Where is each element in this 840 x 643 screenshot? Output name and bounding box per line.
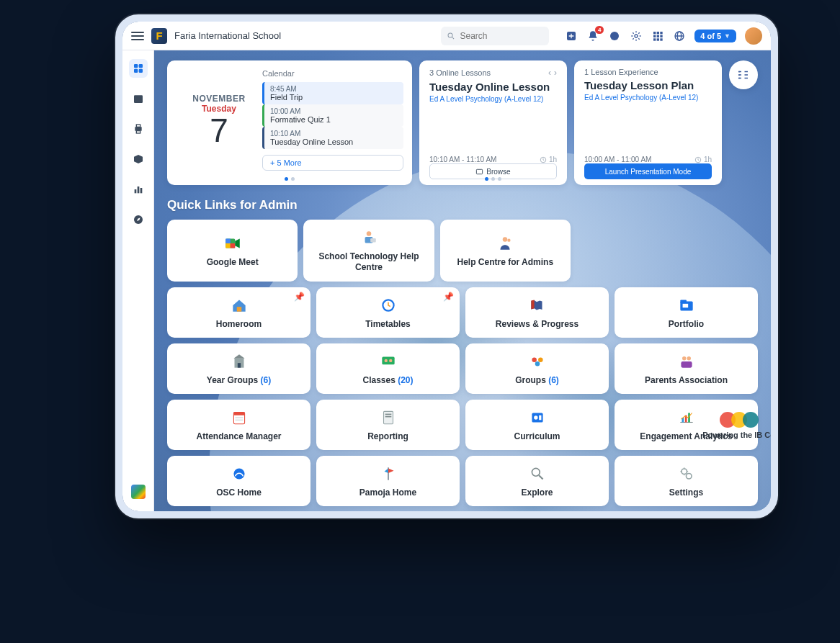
sidebar bbox=[122, 50, 154, 511]
quick-link-tile[interactable]: Portfolio bbox=[615, 287, 758, 338]
tile-icon bbox=[677, 296, 696, 315]
tile-label: Curriculum bbox=[514, 431, 560, 442]
launch-presentation-button[interactable]: Launch Presentation Mode bbox=[584, 163, 712, 179]
quick-link-tile[interactable]: OSC Home bbox=[167, 456, 310, 506]
experience-time: 10:00 AM - 11:00 AM bbox=[584, 156, 651, 163]
svg-rect-20 bbox=[138, 69, 142, 73]
step-pill-text: 4 of 5 bbox=[700, 32, 721, 40]
online-duration: 1h bbox=[540, 156, 557, 163]
topbar: F Faria International School 4 4 of 5▼ bbox=[122, 22, 771, 50]
svg-rect-11 bbox=[653, 38, 656, 40]
tile-label: Parents Association bbox=[645, 375, 728, 386]
tablet-frame: F Faria International School 4 4 of 5▼ bbox=[115, 14, 778, 518]
quick-link-tile[interactable]: School Technology Help Centre bbox=[303, 220, 434, 282]
calendar-more-button[interactable]: + 5 More bbox=[262, 155, 403, 171]
tile-count: (6) bbox=[548, 375, 559, 385]
tile-label: OSC Home bbox=[216, 487, 262, 498]
sidebar-faria-logo[interactable] bbox=[129, 482, 148, 501]
brand-logo bbox=[720, 412, 759, 428]
svg-point-54 bbox=[389, 359, 392, 361]
quick-link-tile[interactable]: Explore bbox=[465, 456, 609, 506]
announcement-icon[interactable] bbox=[608, 30, 621, 42]
svg-rect-7 bbox=[661, 32, 663, 34]
svg-point-56 bbox=[538, 357, 543, 362]
svg-point-69 bbox=[534, 415, 537, 419]
calendar-title: Calendar bbox=[262, 69, 403, 78]
quick-link-tile[interactable]: Parents Association bbox=[615, 343, 758, 394]
svg-point-4 bbox=[635, 35, 638, 37]
globe-icon[interactable] bbox=[673, 30, 686, 42]
svg-rect-18 bbox=[138, 64, 142, 68]
quick-link-tile[interactable]: Settings bbox=[615, 456, 758, 506]
app-logo[interactable]: F bbox=[151, 28, 167, 44]
calendar-event[interactable]: 8:45 AMField Trip bbox=[262, 82, 403, 104]
sidebar-explore-icon[interactable] bbox=[129, 210, 148, 229]
svg-rect-48 bbox=[680, 300, 687, 302]
notifications-icon[interactable]: 4 bbox=[586, 30, 599, 42]
svg-rect-44 bbox=[236, 307, 241, 312]
sidebar-analytics-icon[interactable] bbox=[129, 180, 148, 199]
quick-link-tile[interactable]: Reviews & Progress bbox=[465, 287, 609, 338]
search-input[interactable] bbox=[460, 31, 543, 41]
tile-label: Portfolio bbox=[669, 319, 704, 330]
menu-icon[interactable] bbox=[131, 32, 144, 40]
tile-label: Classes (20) bbox=[362, 375, 413, 386]
quick-links-featured: Google MeetSchool Technology Help Centre… bbox=[167, 220, 571, 282]
tile-icon bbox=[496, 234, 514, 253]
notification-count: 4 bbox=[595, 26, 604, 34]
apps-icon[interactable] bbox=[651, 30, 664, 42]
quick-link-tile[interactable]: Groups (6) bbox=[465, 343, 609, 394]
quick-link-tile[interactable]: Help Centre for Admins bbox=[440, 220, 571, 282]
topbar-icons: 4 4 of 5▼ bbox=[565, 27, 762, 45]
tile-icon bbox=[677, 352, 696, 371]
svg-rect-52 bbox=[382, 356, 394, 364]
day-number: 7 bbox=[210, 114, 228, 147]
quick-link-tile[interactable]: 📌Homeroom bbox=[167, 287, 310, 338]
chevron-right-icon[interactable]: › bbox=[554, 68, 557, 78]
svg-rect-66 bbox=[385, 413, 391, 415]
svg-point-53 bbox=[384, 359, 387, 361]
quick-link-tile[interactable]: Pamoja Home bbox=[316, 456, 460, 506]
svg-point-58 bbox=[682, 356, 686, 359]
experience-title: Tuesday Lesson Plan bbox=[584, 79, 712, 91]
quick-link-tile[interactable]: Reporting bbox=[316, 400, 460, 450]
calendar-event[interactable]: 10:00 AMFormative Quiz 1 bbox=[262, 104, 403, 127]
event-title: Formative Quiz 1 bbox=[270, 115, 398, 124]
search-box[interactable] bbox=[441, 27, 549, 45]
sidebar-dashboard-icon[interactable] bbox=[129, 59, 148, 78]
online-subject: Ed A Level Psychology (A-Level 12) bbox=[429, 94, 557, 104]
sidebar-box-icon[interactable] bbox=[129, 150, 148, 168]
tile-label: Timetables bbox=[365, 319, 410, 330]
browse-icon bbox=[475, 168, 483, 176]
quick-link-tile[interactable]: Year Groups (6) bbox=[167, 343, 310, 394]
lesson-experience-panel: 1 Lesson Experience Tuesday Lesson Plan … bbox=[574, 60, 722, 185]
quick-link-tile[interactable]: Curriculum bbox=[465, 400, 609, 450]
step-pill[interactable]: 4 of 5▼ bbox=[694, 30, 736, 42]
sidebar-calendar-icon[interactable] bbox=[129, 89, 148, 108]
calendar-event[interactable]: 10:10 AMTuesday Online Lesson bbox=[262, 127, 403, 149]
tile-label: Help Centre for Admins bbox=[457, 257, 554, 268]
add-icon[interactable] bbox=[565, 30, 578, 42]
tile-icon bbox=[379, 464, 398, 483]
svg-rect-36 bbox=[225, 238, 231, 243]
brand-footer: Powering the IB Co bbox=[702, 412, 771, 439]
quick-link-tile[interactable]: 📌Timetables bbox=[316, 287, 460, 338]
quick-link-tile[interactable]: Google Meet bbox=[167, 220, 298, 282]
tile-label: Attendance Manager bbox=[196, 431, 281, 442]
calendar-panel: NOVEMBER Tuesday 7 Calendar 8:45 AMField… bbox=[167, 60, 412, 185]
svg-point-78 bbox=[686, 473, 692, 479]
quick-link-tile[interactable]: Attendance Manager bbox=[167, 400, 310, 450]
tile-label: Explore bbox=[521, 487, 553, 498]
event-time: 10:00 AM bbox=[270, 107, 398, 115]
chevron-left-icon[interactable]: ‹ bbox=[548, 68, 551, 78]
svg-rect-65 bbox=[383, 411, 393, 423]
svg-point-57 bbox=[535, 361, 540, 367]
sidebar-print-icon[interactable] bbox=[129, 120, 148, 138]
gear-icon[interactable] bbox=[630, 30, 643, 42]
svg-rect-67 bbox=[385, 415, 391, 417]
sort-button[interactable] bbox=[729, 60, 758, 89]
month-label: NOVEMBER bbox=[192, 94, 245, 104]
avatar[interactable] bbox=[745, 27, 762, 45]
quick-link-tile[interactable]: Classes (20) bbox=[316, 343, 460, 394]
svg-point-75 bbox=[532, 468, 540, 476]
